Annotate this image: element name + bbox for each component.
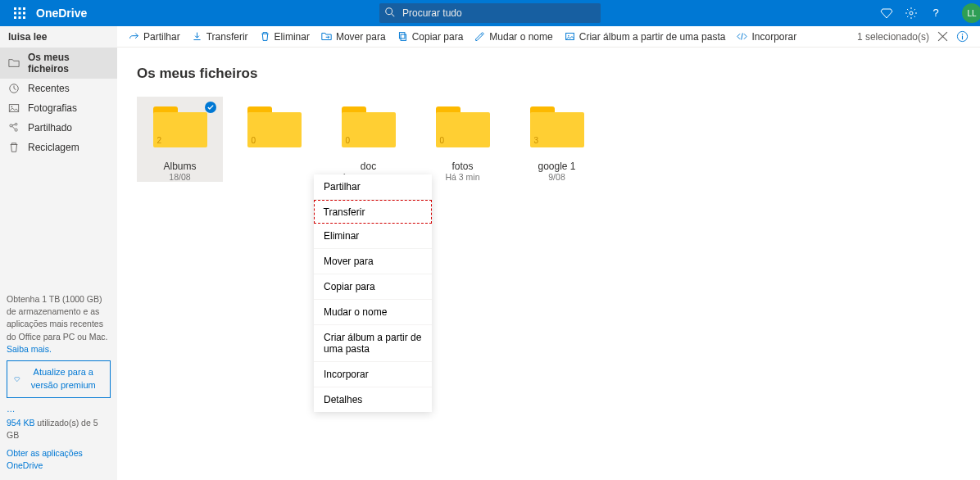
svg-point-22 xyxy=(568,35,569,37)
sidebar-item-share[interactable]: Partilhado xyxy=(0,118,117,138)
search-input[interactable] xyxy=(379,3,601,23)
folder-item[interactable]: 0 xyxy=(231,97,317,182)
sidebar-item-clock[interactable]: Recentes xyxy=(0,79,117,98)
folder-icon: 2 xyxy=(153,106,207,147)
cmd-label: Copiar para xyxy=(412,31,464,43)
delete-icon xyxy=(260,31,270,42)
account-avatar[interactable]: LL xyxy=(962,3,980,23)
svg-line-10 xyxy=(392,14,395,17)
context-menu-item[interactable]: Eliminar xyxy=(314,224,432,249)
share-icon xyxy=(129,31,139,42)
promo-link[interactable]: Saiba mais. xyxy=(7,343,52,355)
help-icon: ? xyxy=(929,7,942,20)
context-menu-item[interactable]: Copiar para xyxy=(314,274,432,300)
folder-grid: 2Albums18/0800docAgora mesmo0fotosHá 3 m… xyxy=(137,97,960,182)
sidebar-user: luisa lee xyxy=(0,26,117,48)
folder-icon: 0 xyxy=(247,106,302,147)
cmd-label: Mudar o nome xyxy=(489,31,552,43)
diamond-icon xyxy=(880,7,893,20)
promo-text: Obtenha 1 TB (1000 GB) de armazenamento … xyxy=(7,293,111,343)
gear-icon xyxy=(905,7,918,20)
sidebar-item-trash[interactable]: Reciclagem xyxy=(0,138,117,157)
folder-count: 3 xyxy=(534,136,539,145)
folder-name: doc xyxy=(361,161,376,172)
folder-item[interactable]: 0docAgora mesmo xyxy=(325,97,411,182)
svg-rect-0 xyxy=(14,7,16,10)
embed-icon xyxy=(737,31,747,42)
folder-name: Albums xyxy=(163,161,196,172)
main: PartilharTransferirEliminarMover paraCop… xyxy=(117,26,980,480)
app-launcher-button[interactable] xyxy=(7,0,33,26)
trash-icon xyxy=(8,142,20,153)
svg-rect-20 xyxy=(401,34,406,40)
get-apps-link[interactable]: Obter as aplicações OneDrive xyxy=(7,447,111,472)
context-menu-item[interactable]: Mover para xyxy=(314,249,432,274)
cmd-download[interactable]: Transferir xyxy=(192,31,248,43)
svg-rect-6 xyxy=(14,16,16,19)
context-menu-item[interactable]: Detalhes xyxy=(314,387,432,412)
svg-point-15 xyxy=(11,106,13,107)
folder-icon xyxy=(8,57,20,69)
folder-item[interactable]: 3google 19/08 xyxy=(514,97,600,182)
search-container xyxy=(379,3,601,23)
folder-count: 0 xyxy=(252,136,256,145)
cmd-copy[interactable]: Copiar para xyxy=(397,31,464,43)
brand-name: OneDrive xyxy=(36,7,87,20)
context-menu-item[interactable]: Incorporar xyxy=(314,362,432,387)
context-menu-item[interactable]: Transferir xyxy=(314,200,432,224)
help-button[interactable]: ? xyxy=(924,2,947,25)
folder-name: fotos xyxy=(451,161,473,172)
more-dots[interactable]: … xyxy=(7,403,111,415)
sidebar-bottom: Obtenha 1 TB (1000 GB) de armazenamento … xyxy=(0,287,117,480)
svg-point-24 xyxy=(962,34,964,35)
premium-button[interactable]: Atualize para a versão premium xyxy=(7,360,111,398)
cmd-rename[interactable]: Mudar o nome xyxy=(474,31,552,43)
rename-icon xyxy=(474,31,485,42)
sidebar-item-folder[interactable]: Os meus ficheiros xyxy=(0,48,117,79)
cmd-delete[interactable]: Eliminar xyxy=(260,31,310,43)
info-button[interactable] xyxy=(956,30,969,43)
context-menu-item[interactable]: Mudar o nome xyxy=(314,300,432,325)
app-header: OneDrive ? LL xyxy=(0,0,980,26)
cmd-embed[interactable]: Incorporar xyxy=(737,31,796,43)
folder-icon: 0 xyxy=(342,106,396,147)
settings-button[interactable] xyxy=(900,2,923,25)
cmd-label: Incorporar xyxy=(751,31,796,43)
page-title: Os meus ficheiros xyxy=(137,66,960,82)
context-menu-item[interactable]: Criar álbum a partir de uma pasta xyxy=(314,325,432,362)
svg-rect-5 xyxy=(23,12,25,15)
svg-text:?: ? xyxy=(932,7,938,19)
svg-rect-2 xyxy=(23,7,25,10)
svg-rect-3 xyxy=(14,12,16,15)
folder-item[interactable]: 0fotosHá 3 min xyxy=(420,97,506,182)
svg-rect-8 xyxy=(23,16,25,19)
svg-point-18 xyxy=(15,123,17,125)
folder-date: Há 3 min xyxy=(445,172,479,182)
cmd-label: Eliminar xyxy=(274,31,310,43)
context-menu-item[interactable]: Partilhar xyxy=(314,174,432,200)
svg-rect-14 xyxy=(9,105,18,112)
sidebar-item-photo[interactable]: Fotografias xyxy=(0,98,117,118)
info-icon xyxy=(956,30,969,43)
cmd-label: Criar álbum a partir de uma pasta xyxy=(579,31,726,43)
sidebar-item-label: Fotografias xyxy=(28,102,77,114)
folder-item[interactable]: 2Albums18/08 xyxy=(137,97,223,182)
premium-icon-button[interactable] xyxy=(875,2,898,25)
search-icon xyxy=(384,7,396,18)
context-menu: PartilharTransferirEliminarMover paraCop… xyxy=(314,174,432,412)
close-icon xyxy=(937,31,948,42)
waffle-icon xyxy=(14,7,25,19)
cmd-album[interactable]: Criar álbum a partir de uma pasta xyxy=(565,31,726,43)
sidebar-item-label: Recentes xyxy=(28,83,70,94)
album-icon xyxy=(565,31,575,42)
clear-selection-button[interactable] xyxy=(937,31,948,42)
photo-icon xyxy=(8,102,20,114)
cmd-move[interactable]: Mover para xyxy=(321,31,386,43)
svg-point-9 xyxy=(386,8,392,15)
storage-used-link[interactable]: 954 KB xyxy=(7,417,34,429)
svg-point-11 xyxy=(910,11,913,15)
folder-count: 2 xyxy=(157,136,162,145)
sidebar-item-label: Reciclagem xyxy=(28,142,79,153)
cmd-share[interactable]: Partilhar xyxy=(129,31,180,43)
svg-rect-4 xyxy=(19,12,21,15)
